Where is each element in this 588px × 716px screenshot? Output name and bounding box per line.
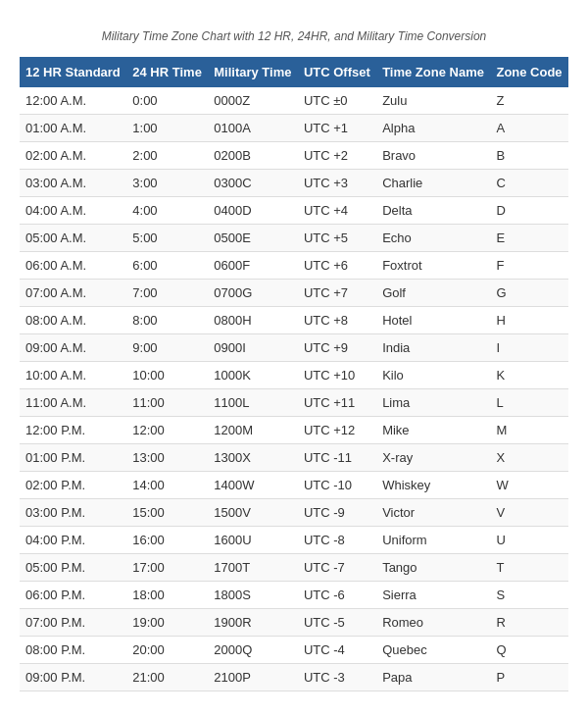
- table-cell: M: [490, 417, 568, 444]
- table-cell: 20:00: [126, 637, 208, 664]
- table-row: 06:00 P.M.18:001800SUTC -6SierraS: [20, 582, 568, 609]
- table-cell: 07:00 A.M.: [20, 280, 126, 307]
- table-cell: 12:00 A.M.: [20, 87, 126, 115]
- table-row: 02:00 P.M.14:001400WUTC -10WhiskeyW: [20, 472, 568, 499]
- table-cell: 10:00 A.M.: [20, 362, 126, 389]
- table-cell: 04:00 P.M.: [20, 527, 126, 554]
- table-row: 07:00 A.M.7:000700GUTC +7GolfG: [20, 280, 568, 307]
- table-cell: H: [490, 307, 568, 334]
- table-cell: Papa: [376, 664, 490, 691]
- table-row: 12:00 P.M.12:001200MUTC +12MikeM: [20, 417, 568, 444]
- table-cell: 1300X: [208, 444, 298, 472]
- table-cell: UTC -4: [298, 637, 376, 664]
- table-cell: Whiskey: [376, 472, 490, 499]
- table-cell: Q: [490, 637, 568, 664]
- table-cell: UTC +4: [298, 197, 376, 225]
- table-row: 10:00 A.M.10:001000KUTC +10KiloK: [20, 362, 568, 389]
- table-cell: 1400W: [208, 472, 298, 499]
- table-cell: 21:00: [126, 664, 208, 691]
- table-cell: E: [490, 225, 568, 252]
- table-cell: Kilo: [376, 362, 490, 389]
- table-cell: Z: [490, 87, 568, 115]
- table-cell: UTC +6: [298, 252, 376, 280]
- table-row: 01:00 A.M.1:000100AUTC +1AlphaA: [20, 115, 568, 142]
- table-cell: 04:00 A.M.: [20, 197, 126, 225]
- table-cell: 0800H: [208, 307, 298, 334]
- table-row: 08:00 P.M.20:002000QUTC -4QuebecQ: [20, 637, 568, 664]
- table-cell: C: [490, 170, 568, 197]
- table-cell: 10:00: [126, 362, 208, 389]
- table-cell: 15:00: [126, 499, 208, 527]
- table-cell: 05:00 A.M.: [20, 225, 126, 252]
- table-cell: Hotel: [376, 307, 490, 334]
- table-cell: 08:00 A.M.: [20, 307, 126, 334]
- table-cell: 4:00: [126, 197, 208, 225]
- table-cell: R: [490, 609, 568, 637]
- table-cell: 2100P: [208, 664, 298, 691]
- table-cell: UTC +7: [298, 280, 376, 307]
- table-cell: K: [490, 362, 568, 389]
- table-cell: UTC -3: [298, 664, 376, 691]
- table-cell: UTC -11: [298, 444, 376, 472]
- time-zone-table: 12 HR Standard24 HR TimeMilitary TimeUTC…: [20, 57, 568, 691]
- table-cell: 01:00 P.M.: [20, 444, 126, 472]
- table-cell: T: [490, 554, 568, 582]
- table-cell: X: [490, 444, 568, 472]
- table-cell: 3:00: [126, 170, 208, 197]
- table-cell: F: [490, 252, 568, 280]
- table-cell: 09:00 P.M.: [20, 664, 126, 691]
- table-cell: V: [490, 499, 568, 527]
- table-header-row: 12 HR Standard24 HR TimeMilitary TimeUTC…: [20, 57, 568, 87]
- table-cell: 1500V: [208, 499, 298, 527]
- table-cell: P: [490, 664, 568, 691]
- table-cell: 01:00 A.M.: [20, 115, 126, 142]
- table-cell: UTC ±0: [298, 87, 376, 115]
- table-cell: 03:00 P.M.: [20, 499, 126, 527]
- table-cell: 1600U: [208, 527, 298, 554]
- table-cell: UTC -7: [298, 554, 376, 582]
- table-cell: 18:00: [126, 582, 208, 609]
- table-cell: 7:00: [126, 280, 208, 307]
- table-row: 08:00 A.M.8:000800HUTC +8HotelH: [20, 307, 568, 334]
- table-row: 04:00 P.M.16:001600UUTC -8UniformU: [20, 527, 568, 554]
- table-body: 12:00 A.M.0:000000ZUTC ±0ZuluZ01:00 A.M.…: [20, 87, 568, 691]
- page-subtitle: Military Time Zone Chart with 12 HR, 24H…: [20, 29, 568, 43]
- table-cell: UTC +12: [298, 417, 376, 444]
- table-cell: 03:00 A.M.: [20, 170, 126, 197]
- table-cell: 9:00: [126, 334, 208, 362]
- table-cell: Echo: [376, 225, 490, 252]
- table-cell: Golf: [376, 280, 490, 307]
- table-cell: 1700T: [208, 554, 298, 582]
- table-row: 11:00 A.M.11:001100LUTC +11LimaL: [20, 389, 568, 417]
- table-cell: 07:00 P.M.: [20, 609, 126, 637]
- table-cell: 0700G: [208, 280, 298, 307]
- table-cell: 0400D: [208, 197, 298, 225]
- table-row: 04:00 A.M.4:000400DUTC +4DeltaD: [20, 197, 568, 225]
- table-cell: UTC -6: [298, 582, 376, 609]
- table-cell: 06:00 A.M.: [20, 252, 126, 280]
- table-cell: 0200B: [208, 142, 298, 170]
- table-cell: Mike: [376, 417, 490, 444]
- table-cell: UTC -9: [298, 499, 376, 527]
- table-cell: 1000K: [208, 362, 298, 389]
- column-header: UTC Offset: [298, 57, 376, 87]
- table-cell: 1200M: [208, 417, 298, 444]
- table-cell: India: [376, 334, 490, 362]
- table-cell: 0300C: [208, 170, 298, 197]
- table-cell: 1100L: [208, 389, 298, 417]
- table-cell: 6:00: [126, 252, 208, 280]
- table-cell: Charlie: [376, 170, 490, 197]
- table-cell: 2000Q: [208, 637, 298, 664]
- table-cell: G: [490, 280, 568, 307]
- column-header: 24 HR Time: [126, 57, 208, 87]
- table-cell: W: [490, 472, 568, 499]
- table-cell: 16:00: [126, 527, 208, 554]
- table-cell: Bravo: [376, 142, 490, 170]
- table-cell: 13:00: [126, 444, 208, 472]
- table-cell: UTC +5: [298, 225, 376, 252]
- table-cell: Alpha: [376, 115, 490, 142]
- table-row: 12:00 A.M.0:000000ZUTC ±0ZuluZ: [20, 87, 568, 115]
- table-cell: 0500E: [208, 225, 298, 252]
- table-cell: UTC -10: [298, 472, 376, 499]
- table-cell: Romeo: [376, 609, 490, 637]
